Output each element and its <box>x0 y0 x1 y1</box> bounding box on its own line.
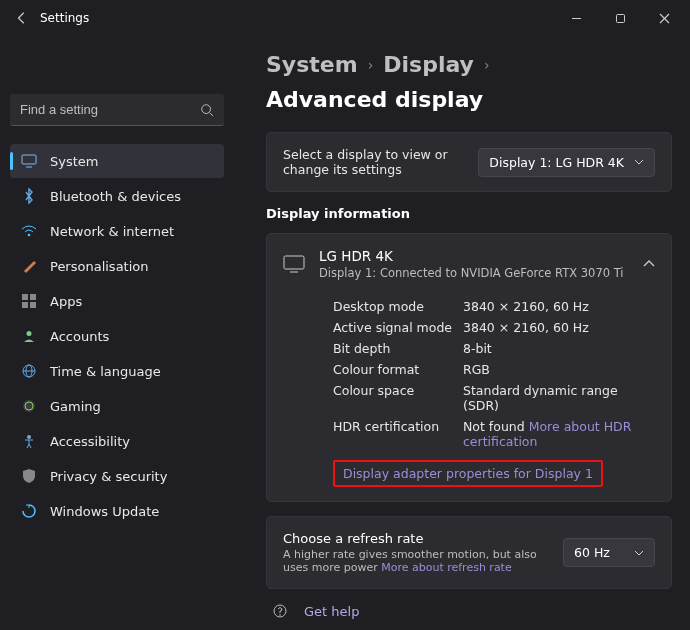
search-input[interactable] <box>20 102 200 117</box>
v-desktop-mode: 3840 × 2160, 60 Hz <box>463 299 655 314</box>
display-info-header[interactable]: LG HDR 4K Display 1: Connected to NVIDIA… <box>267 234 671 294</box>
k-active-signal: Active signal mode <box>333 320 463 335</box>
svg-line-3 <box>210 112 214 116</box>
v-hdr-cert: Not found More about HDR certification <box>463 419 655 449</box>
svg-rect-9 <box>22 302 28 308</box>
hdr-cert-value: Not found <box>463 419 529 434</box>
window-controls <box>554 3 686 33</box>
nav-item-apps[interactable]: Apps <box>10 284 224 318</box>
nav-item-system[interactable]: System <box>10 144 224 178</box>
v-bit-depth: 8-bit <box>463 341 655 356</box>
chevron-right-icon: › <box>368 57 374 73</box>
refresh-more-link[interactable]: More about refresh rate <box>381 561 512 574</box>
refresh-rate-dropdown[interactable]: 60 Hz <box>563 538 655 567</box>
breadcrumb-system[interactable]: System <box>266 52 358 77</box>
chevron-right-icon: › <box>484 57 490 73</box>
wifi-icon <box>20 222 38 240</box>
nav-item-personalisation[interactable]: Personalisation <box>10 249 224 283</box>
select-display-text: Select a display to view or change its s… <box>283 147 462 177</box>
paint-icon <box>20 257 38 275</box>
nav-item-gaming[interactable]: Gaming <box>10 389 224 423</box>
svg-rect-10 <box>30 302 36 308</box>
nav-item-time[interactable]: Time & language <box>10 354 224 388</box>
shield-icon <box>20 467 38 485</box>
sidebar: System Bluetooth & devices Network & int… <box>0 36 236 630</box>
svg-rect-4 <box>22 155 36 164</box>
svg-rect-7 <box>22 294 28 300</box>
nav-item-bluetooth[interactable]: Bluetooth & devices <box>10 179 224 213</box>
display-info-card: LG HDR 4K Display 1: Connected to NVIDIA… <box>266 233 672 502</box>
maximize-button[interactable] <box>598 3 642 33</box>
nav-label: Bluetooth & devices <box>50 189 181 204</box>
display-selector-value: Display 1: LG HDR 4K <box>489 155 624 170</box>
nav-item-network[interactable]: Network & internet <box>10 214 224 248</box>
refresh-rate-value: 60 Hz <box>574 545 610 560</box>
minimize-button[interactable] <box>554 3 598 33</box>
k-hdr-cert: HDR certification <box>333 419 463 449</box>
nav-item-update[interactable]: Windows Update <box>10 494 224 528</box>
nav-label: Windows Update <box>50 504 159 519</box>
nav-item-accounts[interactable]: Accounts <box>10 319 224 353</box>
v-active-signal: 3840 × 2160, 60 Hz <box>463 320 655 335</box>
nav-label: Accessibility <box>50 434 130 449</box>
svg-point-21 <box>279 614 281 616</box>
v-colour-space: Standard dynamic range (SDR) <box>463 383 655 413</box>
svg-point-2 <box>202 104 211 113</box>
nav-label: Time & language <box>50 364 161 379</box>
svg-rect-18 <box>284 256 304 269</box>
nav-label: Accounts <box>50 329 109 344</box>
nav-list: System Bluetooth & devices Network & int… <box>10 144 224 528</box>
refresh-rate-panel: Choose a refresh rate A higher rate give… <box>266 516 672 589</box>
update-icon <box>20 502 38 520</box>
main-content: System › Display › Advanced display Sele… <box>236 36 690 630</box>
svg-rect-1 <box>616 14 624 22</box>
back-button[interactable] <box>4 11 40 25</box>
select-display-panel: Select a display to view or change its s… <box>266 132 672 192</box>
breadcrumb-display[interactable]: Display <box>383 52 474 77</box>
display-info-body: Desktop mode3840 × 2160, 60 Hz Active si… <box>267 294 671 501</box>
k-desktop-mode: Desktop mode <box>333 299 463 314</box>
nav-label: Privacy & security <box>50 469 167 484</box>
help-icon <box>272 603 290 619</box>
get-help-link[interactable]: Get help <box>272 603 672 619</box>
accounts-icon <box>20 327 38 345</box>
display-selector-dropdown[interactable]: Display 1: LG HDR 4K <box>478 148 655 177</box>
svg-point-6 <box>28 234 31 237</box>
adapter-properties-link[interactable]: Display adapter properties for Display 1 <box>343 466 593 481</box>
nav-label: Network & internet <box>50 224 174 239</box>
v-colour-format: RGB <box>463 362 655 377</box>
close-button[interactable] <box>642 3 686 33</box>
title-bar: Settings <box>0 0 690 36</box>
chevron-down-icon <box>634 159 644 165</box>
k-colour-space: Colour space <box>333 383 463 413</box>
bluetooth-icon <box>20 187 38 205</box>
system-icon <box>20 152 38 170</box>
search-box[interactable] <box>10 94 224 126</box>
window-title: Settings <box>40 11 89 25</box>
search-icon <box>200 103 214 117</box>
svg-point-11 <box>27 331 32 336</box>
chevron-up-icon <box>643 260 655 268</box>
svg-point-17 <box>27 435 31 439</box>
breadcrumb: System › Display › Advanced display <box>266 52 672 112</box>
display-sub: Display 1: Connected to NVIDIA GeForce R… <box>319 266 629 280</box>
globe-icon <box>20 362 38 380</box>
svg-rect-8 <box>30 294 36 300</box>
k-bit-depth: Bit depth <box>333 341 463 356</box>
nav-label: System <box>50 154 98 169</box>
monitor-icon <box>283 255 305 273</box>
chevron-down-icon <box>634 550 644 556</box>
nav-label: Personalisation <box>50 259 149 274</box>
refresh-title: Choose a refresh rate <box>283 531 547 546</box>
get-help-label: Get help <box>304 604 359 619</box>
nav-item-accessibility[interactable]: Accessibility <box>10 424 224 458</box>
k-colour-format: Colour format <box>333 362 463 377</box>
display-name: LG HDR 4K <box>319 248 629 264</box>
apps-icon <box>20 292 38 310</box>
gaming-icon <box>20 397 38 415</box>
display-info-title: Display information <box>266 206 672 221</box>
nav-label: Apps <box>50 294 82 309</box>
accessibility-icon <box>20 432 38 450</box>
nav-item-privacy[interactable]: Privacy & security <box>10 459 224 493</box>
refresh-sub: A higher rate gives smoother motion, but… <box>283 548 547 574</box>
